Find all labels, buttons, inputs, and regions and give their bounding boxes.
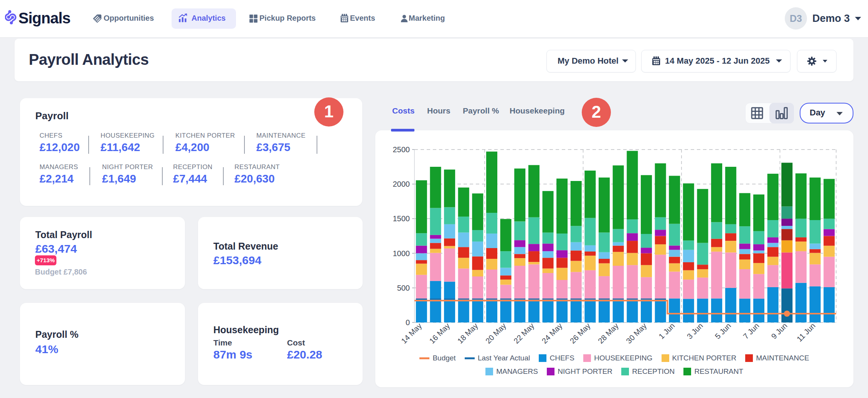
svg-text:14 May: 14 May (399, 321, 423, 345)
svg-text:3 Jun: 3 Jun (685, 321, 705, 340)
svg-text:20 May: 20 May (484, 321, 508, 345)
svg-text:1000: 1000 (393, 249, 410, 258)
svg-text:500: 500 (397, 284, 410, 292)
svg-text:30 May: 30 May (624, 321, 648, 345)
svg-text:5 Jun: 5 Jun (713, 321, 733, 340)
svg-text:11 Jun: 11 Jun (795, 321, 817, 343)
svg-text:18 May: 18 May (456, 321, 480, 345)
svg-text:28 May: 28 May (596, 321, 620, 345)
svg-text:24 May: 24 May (540, 321, 564, 345)
svg-text:26 May: 26 May (568, 321, 592, 345)
svg-text:1 Jun: 1 Jun (657, 321, 676, 340)
svg-text:16 May: 16 May (427, 321, 451, 345)
svg-text:9 Jun: 9 Jun (769, 321, 789, 340)
svg-text:0: 0 (406, 318, 410, 327)
svg-text:22 May: 22 May (512, 321, 536, 345)
svg-text:7 Jun: 7 Jun (741, 321, 761, 340)
svg-text:2000: 2000 (393, 180, 410, 188)
svg-text:1500: 1500 (393, 214, 410, 223)
svg-text:2500: 2500 (393, 145, 410, 154)
